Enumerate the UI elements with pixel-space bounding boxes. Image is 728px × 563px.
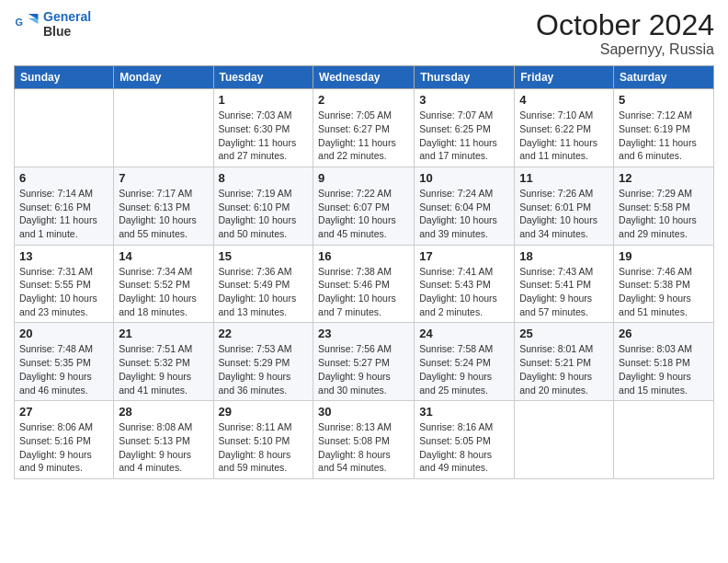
day-number: 18 <box>519 249 609 263</box>
title-block: October 2024 Sapernyy, Russia <box>536 9 714 58</box>
week-row: 6Sunrise: 7:14 AMSunset: 6:16 PMDaylight… <box>15 167 714 245</box>
day-number: 2 <box>318 93 409 107</box>
calendar-cell: 13Sunrise: 7:31 AMSunset: 5:55 PMDayligh… <box>15 245 114 323</box>
day-info: Sunrise: 7:12 AMSunset: 6:19 PMDaylight:… <box>619 109 709 163</box>
day-number: 9 <box>318 171 409 185</box>
calendar-cell: 9Sunrise: 7:22 AMSunset: 6:07 PMDaylight… <box>313 167 415 245</box>
calendar-cell: 10Sunrise: 7:24 AMSunset: 6:04 PMDayligh… <box>415 167 515 245</box>
day-number: 28 <box>119 405 208 419</box>
weekday-header-sunday: Sunday <box>15 66 114 89</box>
day-number: 11 <box>519 171 609 185</box>
calendar-cell: 27Sunrise: 8:06 AMSunset: 5:16 PMDayligh… <box>15 401 114 479</box>
calendar-cell: 14Sunrise: 7:34 AMSunset: 5:52 PMDayligh… <box>114 245 213 323</box>
day-number: 10 <box>419 171 509 185</box>
day-info: Sunrise: 7:41 AMSunset: 5:43 PMDaylight:… <box>419 265 509 319</box>
day-info: Sunrise: 7:38 AMSunset: 5:46 PMDaylight:… <box>318 265 409 319</box>
day-number: 24 <box>419 327 509 340</box>
day-info: Sunrise: 7:14 AMSunset: 6:16 PMDaylight:… <box>19 187 108 241</box>
calendar-cell: 7Sunrise: 7:17 AMSunset: 6:13 PMDaylight… <box>114 167 213 245</box>
day-number: 27 <box>19 405 108 419</box>
calendar-cell: 31Sunrise: 8:16 AMSunset: 5:05 PMDayligh… <box>415 401 515 479</box>
day-number: 15 <box>219 249 309 263</box>
day-info: Sunrise: 8:08 AMSunset: 5:13 PMDaylight:… <box>119 420 208 475</box>
day-number: 5 <box>619 93 709 107</box>
calendar-cell: 19Sunrise: 7:46 AMSunset: 5:38 PMDayligh… <box>614 245 714 323</box>
day-number: 26 <box>619 327 709 340</box>
calendar-cell <box>614 401 714 479</box>
day-info: Sunrise: 7:07 AMSunset: 6:25 PMDaylight:… <box>419 109 509 163</box>
day-number: 8 <box>219 171 309 185</box>
logo-icon: G <box>14 11 40 37</box>
calendar-cell: 11Sunrise: 7:26 AMSunset: 6:01 PMDayligh… <box>515 167 614 245</box>
day-number: 21 <box>119 327 208 340</box>
day-number: 3 <box>419 93 509 107</box>
day-number: 25 <box>519 327 609 340</box>
week-row: 20Sunrise: 7:48 AMSunset: 5:35 PMDayligh… <box>15 323 714 401</box>
day-info: Sunrise: 7:43 AMSunset: 5:41 PMDaylight:… <box>519 265 609 319</box>
day-number: 14 <box>119 249 208 263</box>
day-number: 1 <box>219 93 309 107</box>
calendar-cell: 29Sunrise: 8:11 AMSunset: 5:10 PMDayligh… <box>213 401 313 479</box>
calendar-cell: 3Sunrise: 7:07 AMSunset: 6:25 PMDaylight… <box>415 89 515 167</box>
day-number: 17 <box>419 249 509 263</box>
calendar-table: SundayMondayTuesdayWednesdayThursdayFrid… <box>14 65 714 479</box>
calendar-cell: 4Sunrise: 7:10 AMSunset: 6:22 PMDaylight… <box>515 89 614 167</box>
day-info: Sunrise: 7:34 AMSunset: 5:52 PMDaylight:… <box>119 265 208 319</box>
day-number: 22 <box>219 327 309 340</box>
week-row: 27Sunrise: 8:06 AMSunset: 5:16 PMDayligh… <box>15 401 714 479</box>
day-number: 20 <box>19 327 108 340</box>
day-info: Sunrise: 8:16 AMSunset: 5:05 PMDaylight:… <box>419 420 509 475</box>
day-info: Sunrise: 7:56 AMSunset: 5:27 PMDaylight:… <box>318 342 409 396</box>
day-info: Sunrise: 8:03 AMSunset: 5:18 PMDaylight:… <box>619 342 709 396</box>
calendar-cell: 8Sunrise: 7:19 AMSunset: 6:10 PMDaylight… <box>213 167 313 245</box>
month-title: October 2024 <box>536 9 714 41</box>
calendar-cell: 16Sunrise: 7:38 AMSunset: 5:46 PMDayligh… <box>313 245 415 323</box>
day-info: Sunrise: 8:06 AMSunset: 5:16 PMDaylight:… <box>19 420 108 475</box>
day-number: 13 <box>19 249 108 263</box>
day-number: 12 <box>619 171 709 185</box>
calendar-cell: 23Sunrise: 7:56 AMSunset: 5:27 PMDayligh… <box>313 323 415 401</box>
calendar-cell: 25Sunrise: 8:01 AMSunset: 5:21 PMDayligh… <box>515 323 614 401</box>
day-number: 6 <box>19 171 108 185</box>
day-number: 19 <box>619 249 709 263</box>
day-number: 31 <box>419 405 509 419</box>
location-title: Sapernyy, Russia <box>536 41 714 58</box>
day-info: Sunrise: 7:29 AMSunset: 5:58 PMDaylight:… <box>619 187 709 241</box>
day-number: 29 <box>219 405 309 419</box>
calendar-cell: 30Sunrise: 8:13 AMSunset: 5:08 PMDayligh… <box>313 401 415 479</box>
day-info: Sunrise: 7:24 AMSunset: 6:04 PMDaylight:… <box>419 187 509 241</box>
day-info: Sunrise: 7:31 AMSunset: 5:55 PMDaylight:… <box>19 265 108 319</box>
day-info: Sunrise: 7:58 AMSunset: 5:24 PMDaylight:… <box>419 342 509 396</box>
weekday-header-friday: Friday <box>515 66 614 89</box>
calendar-cell: 28Sunrise: 8:08 AMSunset: 5:13 PMDayligh… <box>114 401 213 479</box>
day-number: 30 <box>318 405 409 419</box>
calendar-cell: 21Sunrise: 7:51 AMSunset: 5:32 PMDayligh… <box>114 323 213 401</box>
page-header: G General Blue October 2024 Sapernyy, Ru… <box>14 9 714 58</box>
day-number: 16 <box>318 249 409 263</box>
calendar-cell: 26Sunrise: 8:03 AMSunset: 5:18 PMDayligh… <box>614 323 714 401</box>
day-info: Sunrise: 8:11 AMSunset: 5:10 PMDaylight:… <box>219 420 309 475</box>
calendar-cell <box>515 401 614 479</box>
day-info: Sunrise: 7:46 AMSunset: 5:38 PMDaylight:… <box>619 265 709 319</box>
calendar-cell: 15Sunrise: 7:36 AMSunset: 5:49 PMDayligh… <box>213 245 313 323</box>
day-info: Sunrise: 7:10 AMSunset: 6:22 PMDaylight:… <box>519 109 609 163</box>
calendar-cell: 22Sunrise: 7:53 AMSunset: 5:29 PMDayligh… <box>213 323 313 401</box>
day-info: Sunrise: 7:05 AMSunset: 6:27 PMDaylight:… <box>318 109 409 163</box>
weekday-header-monday: Monday <box>114 66 213 89</box>
day-info: Sunrise: 7:53 AMSunset: 5:29 PMDaylight:… <box>219 342 309 396</box>
calendar-cell: 17Sunrise: 7:41 AMSunset: 5:43 PMDayligh… <box>415 245 515 323</box>
calendar-cell <box>114 89 213 167</box>
weekday-header-saturday: Saturday <box>614 66 714 89</box>
day-info: Sunrise: 7:17 AMSunset: 6:13 PMDaylight:… <box>119 187 208 241</box>
day-info: Sunrise: 7:26 AMSunset: 6:01 PMDaylight:… <box>519 187 609 241</box>
week-row: 13Sunrise: 7:31 AMSunset: 5:55 PMDayligh… <box>15 245 714 323</box>
calendar-cell: 2Sunrise: 7:05 AMSunset: 6:27 PMDaylight… <box>313 89 415 167</box>
logo: G General Blue <box>14 9 91 39</box>
day-info: Sunrise: 8:13 AMSunset: 5:08 PMDaylight:… <box>318 420 409 475</box>
calendar-page: G General Blue October 2024 Sapernyy, Ru… <box>0 0 728 563</box>
day-info: Sunrise: 7:36 AMSunset: 5:49 PMDaylight:… <box>219 265 309 319</box>
svg-text:G: G <box>16 17 23 28</box>
calendar-cell: 18Sunrise: 7:43 AMSunset: 5:41 PMDayligh… <box>515 245 614 323</box>
calendar-cell: 5Sunrise: 7:12 AMSunset: 6:19 PMDaylight… <box>614 89 714 167</box>
weekday-header-tuesday: Tuesday <box>213 66 313 89</box>
